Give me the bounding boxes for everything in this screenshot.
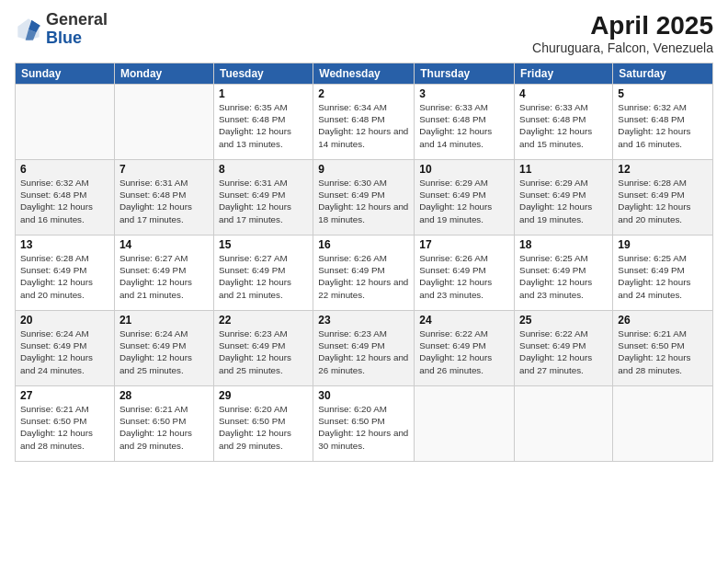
table-cell: 16Sunrise: 6:26 AM Sunset: 6:49 PM Dayli… bbox=[313, 236, 415, 311]
day-number: 25 bbox=[519, 314, 608, 327]
table-cell bbox=[114, 85, 213, 160]
table-cell: 4Sunrise: 6:33 AM Sunset: 6:48 PM Daylig… bbox=[515, 85, 613, 160]
day-info: Sunrise: 6:35 AM Sunset: 6:48 PM Dayligh… bbox=[219, 101, 308, 150]
logo: General Blue bbox=[15, 11, 108, 48]
day-info: Sunrise: 6:25 AM Sunset: 6:49 PM Dayligh… bbox=[618, 252, 708, 301]
day-number: 6 bbox=[20, 163, 109, 176]
calendar-table: Sunday Monday Tuesday Wednesday Thursday… bbox=[15, 63, 713, 462]
table-cell: 2Sunrise: 6:34 AM Sunset: 6:48 PM Daylig… bbox=[313, 85, 415, 160]
day-number: 7 bbox=[119, 163, 209, 176]
table-cell: 11Sunrise: 6:29 AM Sunset: 6:49 PM Dayli… bbox=[515, 160, 613, 236]
table-cell: 25Sunrise: 6:22 AM Sunset: 6:49 PM Dayli… bbox=[515, 311, 613, 386]
day-number: 9 bbox=[318, 163, 409, 176]
table-cell: 1Sunrise: 6:35 AM Sunset: 6:48 PM Daylig… bbox=[213, 85, 313, 160]
day-info: Sunrise: 6:32 AM Sunset: 6:48 PM Dayligh… bbox=[20, 177, 109, 225]
calendar-row: 20Sunrise: 6:24 AM Sunset: 6:49 PM Dayli… bbox=[16, 311, 713, 386]
day-info: Sunrise: 6:28 AM Sunset: 6:49 PM Dayligh… bbox=[618, 177, 708, 225]
title-location: Churuguara, Falcon, Venezuela bbox=[532, 40, 713, 55]
table-cell: 18Sunrise: 6:25 AM Sunset: 6:49 PM Dayli… bbox=[515, 236, 613, 311]
table-cell bbox=[415, 386, 515, 462]
header-sunday: Sunday bbox=[16, 63, 115, 85]
table-cell: 23Sunrise: 6:23 AM Sunset: 6:49 PM Dayli… bbox=[313, 311, 415, 386]
table-cell: 15Sunrise: 6:27 AM Sunset: 6:49 PM Dayli… bbox=[213, 236, 313, 311]
table-cell: 3Sunrise: 6:33 AM Sunset: 6:48 PM Daylig… bbox=[415, 85, 515, 160]
table-cell: 21Sunrise: 6:24 AM Sunset: 6:49 PM Dayli… bbox=[114, 311, 213, 386]
day-info: Sunrise: 6:24 AM Sunset: 6:49 PM Dayligh… bbox=[119, 327, 209, 376]
day-info: Sunrise: 6:30 AM Sunset: 6:49 PM Dayligh… bbox=[318, 177, 409, 225]
day-number: 3 bbox=[419, 87, 509, 100]
day-info: Sunrise: 6:29 AM Sunset: 6:49 PM Dayligh… bbox=[419, 177, 509, 225]
logo-icon bbox=[15, 16, 42, 43]
day-number: 4 bbox=[519, 87, 608, 100]
day-info: Sunrise: 6:25 AM Sunset: 6:49 PM Dayligh… bbox=[519, 252, 608, 301]
day-info: Sunrise: 6:22 AM Sunset: 6:49 PM Dayligh… bbox=[419, 327, 509, 376]
day-number: 23 bbox=[318, 314, 409, 327]
table-cell: 13Sunrise: 6:28 AM Sunset: 6:49 PM Dayli… bbox=[16, 236, 115, 311]
table-cell: 10Sunrise: 6:29 AM Sunset: 6:49 PM Dayli… bbox=[415, 160, 515, 236]
day-info: Sunrise: 6:22 AM Sunset: 6:49 PM Dayligh… bbox=[519, 327, 608, 376]
page: General Blue April 2025 Churuguara, Falc… bbox=[0, 0, 728, 563]
day-number: 13 bbox=[20, 238, 109, 251]
day-number: 26 bbox=[618, 314, 708, 327]
day-info: Sunrise: 6:23 AM Sunset: 6:49 PM Dayligh… bbox=[219, 327, 308, 376]
day-number: 12 bbox=[618, 163, 708, 176]
day-number: 29 bbox=[219, 389, 308, 402]
table-cell: 5Sunrise: 6:32 AM Sunset: 6:48 PM Daylig… bbox=[613, 85, 713, 160]
table-cell: 20Sunrise: 6:24 AM Sunset: 6:49 PM Dayli… bbox=[16, 311, 115, 386]
table-cell bbox=[515, 386, 613, 462]
header: General Blue April 2025 Churuguara, Falc… bbox=[15, 11, 713, 55]
day-number: 10 bbox=[419, 163, 509, 176]
day-number: 18 bbox=[519, 238, 608, 251]
day-number: 19 bbox=[618, 238, 708, 251]
calendar-header-row: Sunday Monday Tuesday Wednesday Thursday… bbox=[16, 63, 713, 85]
table-cell bbox=[16, 85, 115, 160]
day-info: Sunrise: 6:31 AM Sunset: 6:48 PM Dayligh… bbox=[119, 177, 209, 225]
day-info: Sunrise: 6:21 AM Sunset: 6:50 PM Dayligh… bbox=[20, 403, 109, 452]
header-friday: Friday bbox=[515, 63, 613, 85]
table-cell: 26Sunrise: 6:21 AM Sunset: 6:50 PM Dayli… bbox=[613, 311, 713, 386]
day-number: 21 bbox=[119, 314, 209, 327]
day-number: 2 bbox=[318, 87, 409, 100]
day-info: Sunrise: 6:33 AM Sunset: 6:48 PM Dayligh… bbox=[419, 101, 509, 150]
logo-blue: Blue bbox=[46, 29, 82, 47]
day-number: 24 bbox=[419, 314, 509, 327]
day-info: Sunrise: 6:24 AM Sunset: 6:49 PM Dayligh… bbox=[20, 327, 109, 376]
day-info: Sunrise: 6:33 AM Sunset: 6:48 PM Dayligh… bbox=[519, 101, 608, 150]
day-number: 30 bbox=[318, 389, 409, 402]
day-number: 16 bbox=[318, 238, 409, 251]
day-number: 22 bbox=[219, 314, 308, 327]
table-cell: 8Sunrise: 6:31 AM Sunset: 6:49 PM Daylig… bbox=[213, 160, 313, 236]
table-cell: 19Sunrise: 6:25 AM Sunset: 6:49 PM Dayli… bbox=[613, 236, 713, 311]
calendar-row: 27Sunrise: 6:21 AM Sunset: 6:50 PM Dayli… bbox=[16, 386, 713, 462]
table-cell: 27Sunrise: 6:21 AM Sunset: 6:50 PM Dayli… bbox=[16, 386, 115, 462]
day-info: Sunrise: 6:27 AM Sunset: 6:49 PM Dayligh… bbox=[219, 252, 308, 301]
title-block: April 2025 Churuguara, Falcon, Venezuela bbox=[532, 11, 713, 55]
day-number: 11 bbox=[519, 163, 608, 176]
title-month: April 2025 bbox=[532, 11, 713, 40]
table-cell: 30Sunrise: 6:20 AM Sunset: 6:50 PM Dayli… bbox=[313, 386, 415, 462]
header-saturday: Saturday bbox=[613, 63, 713, 85]
day-number: 20 bbox=[20, 314, 109, 327]
day-number: 27 bbox=[20, 389, 109, 402]
table-cell: 9Sunrise: 6:30 AM Sunset: 6:49 PM Daylig… bbox=[313, 160, 415, 236]
day-number: 1 bbox=[219, 87, 308, 100]
day-info: Sunrise: 6:23 AM Sunset: 6:49 PM Dayligh… bbox=[318, 327, 409, 376]
day-number: 8 bbox=[219, 163, 308, 176]
day-info: Sunrise: 6:26 AM Sunset: 6:49 PM Dayligh… bbox=[318, 252, 409, 301]
table-cell: 29Sunrise: 6:20 AM Sunset: 6:50 PM Dayli… bbox=[213, 386, 313, 462]
day-info: Sunrise: 6:20 AM Sunset: 6:50 PM Dayligh… bbox=[219, 403, 308, 452]
table-cell bbox=[613, 386, 713, 462]
table-cell: 6Sunrise: 6:32 AM Sunset: 6:48 PM Daylig… bbox=[16, 160, 115, 236]
day-info: Sunrise: 6:32 AM Sunset: 6:48 PM Dayligh… bbox=[618, 101, 708, 150]
table-cell: 14Sunrise: 6:27 AM Sunset: 6:49 PM Dayli… bbox=[114, 236, 213, 311]
day-info: Sunrise: 6:21 AM Sunset: 6:50 PM Dayligh… bbox=[618, 327, 708, 376]
table-cell: 28Sunrise: 6:21 AM Sunset: 6:50 PM Dayli… bbox=[114, 386, 213, 462]
table-cell: 24Sunrise: 6:22 AM Sunset: 6:49 PM Dayli… bbox=[415, 311, 515, 386]
day-number: 15 bbox=[219, 238, 308, 251]
day-info: Sunrise: 6:28 AM Sunset: 6:49 PM Dayligh… bbox=[20, 252, 109, 301]
header-monday: Monday bbox=[114, 63, 213, 85]
day-number: 28 bbox=[119, 389, 209, 402]
day-info: Sunrise: 6:26 AM Sunset: 6:49 PM Dayligh… bbox=[419, 252, 509, 301]
header-tuesday: Tuesday bbox=[213, 63, 313, 85]
header-thursday: Thursday bbox=[415, 63, 515, 85]
